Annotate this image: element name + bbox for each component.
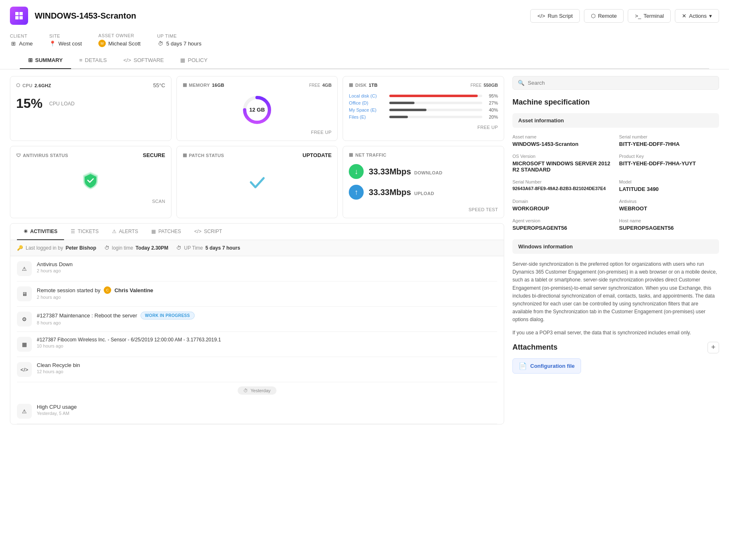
pdf-icon: 📄 (519, 362, 527, 370)
clock-separator-icon: ⏱ (243, 388, 248, 393)
spec-item-asset-name: Asset name WINDOWS-1453-Scranton (512, 134, 612, 147)
net-icon: ▦ (349, 152, 353, 157)
cpu-label: ⬡ CPU 2.6GHZ (16, 83, 51, 88)
tickets-icon: ☰ (71, 229, 75, 234)
memory-card: ▦ MEMORY 16GB FREE 4GB (176, 76, 338, 141)
attachment-file[interactable]: 📄 Configuration file (512, 358, 581, 374)
tab-patches[interactable]: ▦ PATCHES (145, 224, 188, 240)
speed-test-label: SPEED TEST (349, 207, 498, 212)
policy-icon: ▦ (180, 57, 185, 63)
activities-tabs: ✳ ACTIVITIES ☰ TICKETS ⚠ ALERTS ▦ PATCHE… (10, 224, 504, 240)
maintenance-icon: ⚙ (17, 312, 32, 326)
wip-badge: WORK IN PROGRESS (141, 312, 195, 319)
run-script-button[interactable]: </> Run Script (530, 9, 580, 23)
tab-tickets[interactable]: ☰ TICKETS (64, 224, 105, 240)
disk-free-up: FREE UP (349, 125, 498, 130)
antivirus-shield-icon (80, 170, 101, 191)
activity-list: ⚠ Antivirus Down 2 hours ago 🖥 Remote se… (10, 256, 504, 382)
spec-item-serial-num: Serial number BITT-YEHE-DDFF-7HHA (619, 134, 719, 147)
patch-card: ▦ PATCH STATUS UPTODATE (176, 146, 338, 218)
meta-client: Client ⊞ Acme (10, 33, 33, 47)
spec-item-agent-version: Agent version SUPEROPSAGENT56 (512, 218, 612, 231)
shield-label-icon: 🛡 (16, 153, 21, 158)
key-icon: 🔑 (17, 245, 23, 251)
list-item: 🖥 Remote session started by C Chris Vale… (17, 281, 497, 307)
owner-avatar: M (98, 40, 106, 47)
scan-label: SCAN (16, 199, 165, 204)
machine-spec-title: Machine specification (512, 98, 719, 107)
disk-bar-c: Local disk (C) 95% (349, 93, 498, 98)
tab-script[interactable]: </> SCRIPT (188, 224, 229, 240)
patch-activity-icon: ▦ (17, 337, 32, 352)
app-logo (10, 7, 28, 25)
chevron-down-icon: ▾ (709, 13, 712, 19)
tab-activities[interactable]: ✳ ACTIVITIES (17, 224, 64, 240)
machine-name: WINDOWS-1453-Scranton (35, 11, 136, 21)
activity-meta-bar: 🔑 Last logged in by Peter Bishop ⏱ login… (10, 240, 504, 256)
actions-x-icon: ✕ (682, 13, 686, 19)
cpu-card: ⬡ CPU 2.6GHZ 55°C 15% CPU LOAD (10, 76, 172, 141)
tab-policy[interactable]: ▦ POLICY (172, 52, 216, 69)
activities-icon: ✳ (24, 229, 28, 234)
download-row: ↓ 33.33Mbps DOWNLOAD (349, 164, 498, 179)
terminal-button[interactable]: >_ Terminal (628, 9, 671, 23)
remote-button[interactable]: ⬡ Remote (584, 9, 624, 23)
windows-info-section-bar: Windows information (512, 239, 719, 254)
yesterday-activity-list: ⚠ High CPU usage Yesterday, 5 AM (10, 399, 504, 424)
net-traffic-card: ▦ NET TRAFFIC ↓ 33.33Mbps DOWNLOAD (343, 146, 504, 218)
antivirus-label: 🛡 ANTIVIRUS STATUS (16, 153, 68, 158)
search-box[interactable]: 🔍 (512, 76, 719, 90)
script-icon: </> (194, 229, 201, 234)
search-icon: 🔍 (518, 80, 524, 86)
tab-summary[interactable]: ⊞ SUMMARY (20, 52, 71, 69)
antivirus-card: 🛡 ANTIVIRUS STATUS SECURE SCAN (10, 146, 172, 218)
patch-label: ▦ PATCH STATUS (183, 153, 224, 158)
list-item: ⚠ Antivirus Down 2 hours ago (17, 256, 497, 281)
memory-label: ▦ MEMORY 16GB (183, 82, 224, 88)
terminal-icon: >_ (635, 13, 641, 19)
activities-section: ✳ ACTIVITIES ☰ TICKETS ⚠ ALERTS ▦ PATCHE… (10, 223, 504, 424)
tab-software[interactable]: </> SOFTWARE (115, 52, 172, 69)
meta-uptime: UP time ⏱ 5 days 7 hours (157, 33, 201, 47)
patches-icon: ▦ (151, 229, 156, 234)
disk-bar-e2: Files (E) 20% (349, 114, 498, 119)
disk-label: ▦ DISK 1TB (349, 82, 377, 88)
disk-card: ▦ DISK 1TB FREE 550GB Local disk (C) (343, 76, 504, 141)
remote-icon: ⬡ (591, 13, 596, 19)
svg-rect-2 (15, 16, 19, 19)
right-panel: 🔍 Machine specification Asset informatio… (512, 76, 719, 553)
patch-icon: ▦ (183, 153, 187, 158)
search-input[interactable] (528, 80, 714, 86)
list-item: ▦ #127387 Fibocom Wireless Inc. - Sensor… (17, 332, 497, 357)
svg-rect-3 (19, 16, 23, 19)
spec-grid: Asset name WINDOWS-1453-Scranton Serial … (512, 134, 719, 231)
location-icon: 📍 (49, 40, 56, 47)
client-icon: ⊞ (10, 40, 17, 47)
tab-alerts[interactable]: ⚠ ALERTS (105, 224, 145, 240)
software-icon: </> (124, 57, 131, 63)
tab-details[interactable]: ≡ DETAILS (71, 52, 115, 69)
script-activity-icon: </> (17, 362, 32, 377)
windows-info-text2: If you use a POP3 email server, the data… (512, 329, 719, 337)
disk-icon: ▦ (349, 82, 353, 88)
memory-donut: 12 GB (241, 93, 274, 126)
clock-meta-icon: ⏱ (105, 245, 110, 251)
spec-item-domain: Domain WORKGROUP (512, 199, 612, 212)
list-item: ⚠ High CPU usage Yesterday, 5 AM (17, 399, 497, 424)
svg-rect-1 (19, 12, 23, 15)
spec-item-antivirus: Antivirus WEBROOT (619, 199, 719, 212)
remote-session-icon: 🖥 (17, 286, 32, 301)
actions-button[interactable]: ✕ Actions ▾ (675, 9, 719, 23)
uptime-meta-icon: ⏱ (176, 245, 181, 251)
main-tabs: ⊞ SUMMARY ≡ DETAILS </> SOFTWARE ▦ POLIC… (20, 52, 709, 69)
spec-item-model: Model LATITUDE 3490 (619, 179, 719, 192)
summary-icon: ⊞ (28, 57, 33, 63)
meta-owner: Asset owner M Micheal Scott (98, 33, 141, 47)
add-attachment-button[interactable]: + (708, 342, 719, 353)
alerts-icon: ⚠ (112, 229, 117, 234)
spec-item-host-name: Host name SUPEROPSAGENT56 (619, 218, 719, 231)
disk-bar-e1: My Space (E) 40% (349, 107, 498, 112)
spec-item-product-key: Product Key BITT-YEHE-DDFF-7HHA-YUYT (619, 154, 719, 173)
upload-icon: ↑ (349, 185, 364, 200)
download-icon: ↓ (349, 164, 364, 179)
